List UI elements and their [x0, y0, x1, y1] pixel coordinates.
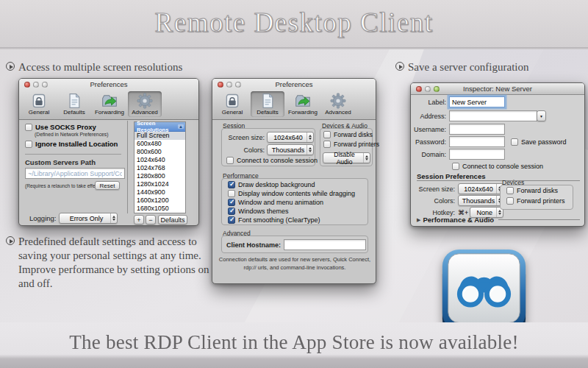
ignore-location-row[interactable]: Ignore Installed Location [25, 140, 118, 148]
minimize-button[interactable] [425, 86, 431, 92]
console-session-row[interactable]: Connect to console session [226, 157, 318, 164]
checkbox-label: Windows themes [238, 208, 289, 215]
socks-note: (Defined in Network Preferences) [35, 132, 108, 137]
tab-general[interactable]: General [22, 91, 56, 117]
minimize-button[interactable] [226, 82, 232, 88]
domain-field[interactable] [449, 149, 505, 160]
callout-save-config: Save a server configuration [395, 60, 529, 74]
command-key-icon: ⌘+ [458, 209, 468, 216]
close-button[interactable] [24, 82, 30, 88]
divider [498, 219, 580, 220]
defaults-button[interactable]: Defaults [158, 215, 187, 224]
save-password-row[interactable]: Save password [511, 138, 567, 146]
perf-row[interactable]: Window and menu animation [228, 199, 323, 206]
close-button[interactable] [218, 82, 223, 88]
tab-defaults[interactable]: Defaults [57, 91, 91, 117]
console-session-row[interactable]: Connect to console session [452, 163, 543, 170]
table-row[interactable]: 1680x1050 [135, 205, 185, 213]
general-icon [224, 93, 240, 109]
titlebar[interactable]: Preferences [19, 79, 198, 91]
checkbox[interactable] [323, 141, 331, 148]
checkbox-label: Forward disks [334, 131, 373, 138]
titlebar[interactable]: Preferences [212, 79, 376, 91]
tab-advanced[interactable]: Advanced [128, 91, 162, 117]
username-label: Username: [414, 126, 446, 133]
minimize-button[interactable] [33, 82, 39, 88]
perf-row[interactable]: Display window contents while dragging [228, 190, 355, 197]
reset-button[interactable]: Reset [95, 181, 120, 190]
zoom-button[interactable] [434, 86, 440, 92]
pane-divider [127, 121, 128, 213]
tab-forwarding[interactable]: Forwarding [93, 91, 126, 117]
table-row[interactable]: 1280x1024 [135, 180, 185, 188]
checkbox[interactable] [452, 163, 459, 170]
checkbox[interactable] [228, 208, 235, 215]
forward-disks-row[interactable]: Forward disks [323, 131, 373, 138]
combo-arrow-icon[interactable]: ▼ [537, 110, 546, 121]
address-field[interactable] [449, 110, 537, 121]
table-row[interactable]: 1600x1200 [135, 197, 185, 205]
checkbox[interactable] [226, 157, 234, 164]
tab-label: Forwarding [288, 109, 318, 116]
username-field[interactable] [449, 124, 505, 135]
checkbox[interactable] [511, 138, 518, 146]
checkbox[interactable] [506, 187, 514, 194]
colors-label: Colors: [414, 197, 455, 205]
colors-popup[interactable]: Thousands [267, 144, 314, 155]
tab-forwarding[interactable]: Forwarding [286, 91, 320, 117]
callout-text: Save a server configuration [408, 60, 529, 74]
socks-proxy-row[interactable]: Use SOCKS Proxy [25, 123, 96, 131]
password-field[interactable] [449, 136, 505, 147]
popup-value: Errors Only [60, 215, 110, 222]
domain-row: Domain: [414, 149, 505, 160]
hostname-field[interactable] [284, 239, 366, 250]
table-row[interactable]: 1440x900 [135, 188, 185, 197]
checkbox[interactable] [228, 181, 235, 188]
remove-resolution-button[interactable]: − [146, 215, 156, 224]
tab-general[interactable]: General [215, 91, 249, 117]
page-title: Remote Desktop Client [0, 0, 588, 46]
table-row[interactable]: 600x480 [135, 140, 185, 148]
colors-popup[interactable]: Thousands [458, 195, 503, 206]
perf-row[interactable]: Font smoothing (ClearType) [228, 216, 320, 224]
titlebar[interactable]: Inspector: New Server [411, 83, 584, 95]
checkbox[interactable] [228, 190, 235, 197]
checkbox[interactable] [25, 124, 32, 131]
checkbox[interactable] [506, 197, 514, 205]
close-button[interactable] [416, 86, 422, 92]
folder-forward-icon [295, 93, 311, 109]
popup-stepper-icon [306, 132, 313, 142]
checkbox[interactable] [25, 141, 32, 148]
audio-popup[interactable]: Disable Audio [323, 152, 370, 163]
logging-popup[interactable]: Errors Only [59, 213, 118, 224]
relaunch-note: (Requires a relaunch to take effect) [25, 183, 101, 188]
forward-printers-row[interactable]: Forward printers [506, 197, 565, 205]
table-row[interactable]: 1280x800 [135, 172, 185, 180]
custom-path-field[interactable] [25, 168, 125, 179]
forward-printers-row[interactable]: Forward printers [323, 141, 379, 148]
hotkey-label: Hotkey: [414, 209, 455, 216]
screen-size-popup[interactable]: 1024x640 [267, 132, 314, 143]
checkbox[interactable] [228, 199, 235, 206]
forward-disks-row[interactable]: Forward disks [506, 187, 558, 194]
tab-label: Advanced [132, 109, 158, 116]
tab-advanced[interactable]: Advanced [321, 91, 355, 117]
table-row[interactable]: 1024x768 [135, 164, 185, 172]
perf-row[interactable]: Draw desktop background [228, 181, 315, 188]
checkbox[interactable] [228, 216, 235, 224]
performance-audio-row[interactable]: ▶ Performance & Audio [417, 216, 580, 224]
checkbox-label: Connect to console session [462, 163, 543, 170]
label-field[interactable] [449, 96, 505, 107]
resolutions-header[interactable]: Screen Resolutions ▲ [135, 122, 185, 132]
zoom-button[interactable] [42, 82, 48, 88]
tab-defaults[interactable]: Defaults [251, 91, 284, 117]
perf-row[interactable]: Windows themes [228, 208, 289, 215]
zoom-button[interactable] [235, 82, 241, 88]
add-resolution-button[interactable]: + [134, 215, 144, 224]
table-row[interactable]: 1024x640 [135, 156, 185, 164]
screen-size-popup[interactable]: 1024x640 [458, 183, 503, 194]
table-row[interactable]: 800x600 [135, 148, 185, 156]
popup-value: 1024x640 [459, 185, 496, 193]
address-row: Address: ▼ [414, 110, 546, 121]
checkbox[interactable] [323, 131, 331, 138]
